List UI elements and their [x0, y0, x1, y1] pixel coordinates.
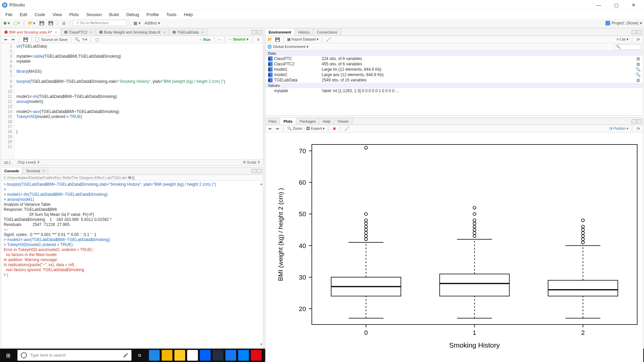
menu-edit[interactable]: Edit — [16, 11, 31, 18]
zoom-button[interactable]: 🔍 Zoom — [287, 126, 302, 131]
menu-file[interactable]: File — [2, 11, 16, 18]
taskbar-search[interactable]: Type here to search 🎤 — [17, 350, 131, 361]
open-file-icon[interactable]: 📂▾ — [27, 20, 37, 26]
close-tab-icon[interactable]: × — [55, 30, 57, 34]
menu-session[interactable]: Session — [83, 11, 105, 18]
scope-label[interactable]: (Top Level) ⇕ — [17, 160, 40, 165]
taskbar-app-messenger[interactable] — [238, 350, 249, 361]
grid-icon[interactable]: ▦ — [636, 56, 640, 61]
magnify-icon[interactable]: 🔍 — [636, 67, 640, 72]
menu-view[interactable]: View — [49, 11, 65, 18]
menu-debug[interactable]: Debug — [123, 11, 142, 18]
remove-plot-icon[interactable]: ✖ — [332, 126, 337, 131]
tab-files[interactable]: Files — [265, 118, 280, 125]
pane-layout-icons[interactable] — [632, 119, 643, 123]
scroll-up-icon[interactable]: ▴ — [260, 181, 262, 186]
addins-menu[interactable]: Addins ▾ — [143, 20, 162, 26]
forward-icon[interactable]: ➡ — [10, 37, 16, 42]
list-view-button[interactable]: ≡ List ▾ — [616, 37, 629, 42]
taskbar-app-fb[interactable] — [225, 350, 236, 361]
find-icon[interactable]: 🔍 — [74, 37, 80, 42]
env-row[interactable]: ◐ ClassPTC2455 obs. of 6 variables▦ — [265, 61, 643, 67]
close-button[interactable]: ✕ — [628, 2, 639, 8]
grid-icon[interactable]: ▦ — [636, 78, 640, 82]
start-button[interactable]: ⊞ — [0, 349, 16, 362]
refresh-icon[interactable]: ⟳ — [636, 37, 641, 42]
mic-icon[interactable]: 🎤 — [123, 353, 128, 358]
run-button[interactable]: → Run — [199, 38, 210, 42]
menu-profile[interactable]: Profile — [143, 11, 162, 18]
grid-icon[interactable]: ▦ — [636, 62, 640, 66]
minimize-button[interactable]: — — [593, 2, 604, 8]
menu-code[interactable]: Code — [31, 11, 48, 18]
menu-build[interactable]: Build — [106, 11, 122, 18]
tab-viewer[interactable]: Viewer — [334, 118, 352, 125]
save-icon[interactable]: 💾 — [38, 20, 46, 26]
new-file-icon[interactable]: ⊕ ▾ — [2, 20, 11, 26]
console-output[interactable]: > boxplot(TGELabData$BMI~TGELabData$Smok… — [1, 181, 263, 348]
env-row[interactable]: ◐ TGELabData2549 obs. of 15 variables▦ — [265, 77, 643, 83]
taskbar-app-netflix[interactable] — [251, 350, 262, 361]
env-row[interactable]: ◐ model1Large lm (12 elements, 644.9 Kb)… — [265, 67, 643, 72]
goto-file-input[interactable]: ↗ Go to file/function — [73, 20, 126, 26]
taskbar-app-amazon[interactable] — [213, 350, 223, 361]
publish-button[interactable]: ◔ Publish ▾ — [609, 126, 629, 131]
tab-packages[interactable]: Packages — [296, 118, 319, 125]
taskbar-app-store[interactable] — [187, 350, 198, 361]
tab-connections[interactable]: Connections — [313, 28, 341, 36]
taskbar-app-files[interactable] — [174, 350, 185, 361]
env-search-input[interactable]: 🔍 — [614, 44, 641, 50]
taskbar-app-chrome[interactable] — [162, 350, 172, 361]
grid-icon[interactable]: ▦ ▾ — [132, 20, 142, 26]
tab-bmi-smoking[interactable]: BMI and Smoking stats.R*× — [1, 28, 61, 36]
rerun-icon[interactable]: ↔ — [218, 38, 221, 42]
clear-icon[interactable]: 🧹 — [326, 37, 331, 42]
refresh-icon[interactable]: ⟳ — [636, 126, 641, 131]
menu-help[interactable]: Help — [180, 11, 196, 18]
close-tab-icon[interactable]: × — [163, 30, 165, 34]
tab-plots[interactable]: Plots — [280, 118, 296, 125]
tab-bodyweight[interactable]: Body Weight and Smoking Stats.R× — [96, 28, 169, 36]
tab-tgelabdata[interactable]: ▦TGELabData× — [169, 28, 207, 36]
close-tab-icon[interactable]: × — [90, 30, 92, 34]
print-icon[interactable]: 🖨 — [60, 20, 67, 26]
close-tab-icon[interactable]: × — [43, 169, 45, 173]
env-row[interactable]: ◐ ClassPTC224 obs. of 6 variables▦ — [265, 56, 643, 61]
back-icon[interactable]: ⬅ — [3, 37, 8, 42]
tab-environment[interactable]: Environment — [265, 28, 295, 36]
tab-help[interactable]: Help — [319, 118, 334, 125]
tab-classptc2[interactable]: ▦ClassPTC2× — [61, 28, 96, 36]
env-row[interactable]: mytable'table' int [1:1263, 1:3] 0 0 0 0… — [265, 88, 643, 94]
save-icon[interactable]: 💾 — [23, 37, 28, 42]
tab-terminal[interactable]: Terminal× — [22, 167, 48, 174]
taskbar-app-dropbox[interactable] — [200, 350, 211, 361]
taskbar-app-edge[interactable] — [149, 350, 160, 361]
load-icon[interactable]: 📂 — [267, 37, 273, 42]
wand-icon[interactable]: ✎▾ — [82, 37, 87, 42]
pane-layout-icons[interactable] — [252, 169, 263, 173]
source-button[interactable]: → Source ▾ — [228, 37, 249, 42]
scroll-down-icon[interactable]: ▾ — [260, 342, 262, 347]
tab-console[interactable]: Console — [1, 167, 22, 174]
save-all-icon[interactable]: 💾 — [47, 20, 55, 26]
task-view-icon[interactable]: ⧉ — [133, 353, 146, 358]
menu-tools[interactable]: Tools — [163, 11, 180, 18]
close-tab-icon[interactable]: × — [201, 30, 203, 34]
new-project-icon[interactable]: ⬚+ — [12, 20, 21, 26]
code-area[interactable]: str(TGELabData) mytable<-table(TGELabDat… — [14, 43, 263, 159]
plot-next-icon[interactable]: ➡ — [275, 126, 280, 131]
menu-plots[interactable]: Plots — [66, 11, 82, 18]
language-label[interactable]: R Script ⇕ — [243, 160, 260, 165]
save-icon[interactable]: 💾 — [275, 37, 280, 42]
pane-layout-icons[interactable] — [632, 30, 643, 34]
outline-icon[interactable]: ≡ — [256, 37, 261, 42]
maximize-button[interactable]: ▢ — [610, 2, 622, 8]
env-scope-button[interactable]: 🌐 Global Environment ▾ — [267, 45, 309, 49]
pane-layout-icons[interactable] — [252, 30, 263, 34]
source-on-save-check[interactable] — [35, 38, 39, 42]
code-editor[interactable]: 1 2 3 4 5 6 7 8 9 10 11 12 13 14 15 16 1… — [1, 43, 263, 159]
env-row[interactable]: ◐ model2Large aov (12 elements, 644.9 Kb… — [265, 72, 643, 77]
project-menu[interactable]: Project: (None) ▾ — [605, 21, 642, 25]
plot-prev-icon[interactable]: ⬅ — [267, 126, 273, 131]
import-dataset-button[interactable]: ▦ Import Dataset ▾ — [287, 37, 319, 42]
